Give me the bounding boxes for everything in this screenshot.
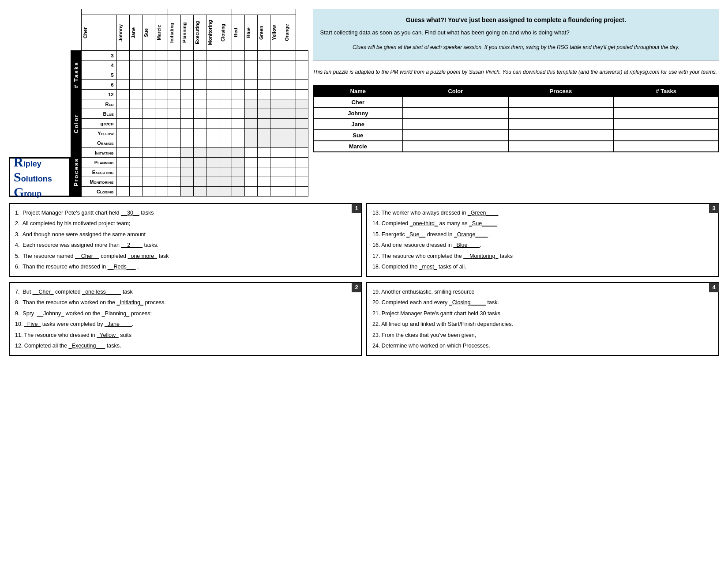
info-panel: Guess what?! You've just been assigned t… [313, 9, 720, 197]
answer-color-jane[interactable] [403, 119, 508, 130]
clue-badge-3: 3 [709, 204, 719, 213]
cell-3-cher[interactable] [116, 51, 129, 60]
clue-2-4: 10. _Five_ tasks were completed by _Jane… [15, 319, 356, 330]
logo-solutions: olutions [21, 174, 52, 184]
color-row-yellow: Yellow [71, 128, 308, 138]
cell-3-sue[interactable] [155, 51, 168, 60]
col-orange: Orange [283, 15, 296, 51]
guess-box: Guess what?! You've just been assigned t… [313, 9, 720, 61]
answer-process-sue[interactable] [508, 130, 614, 141]
col-planning: Planning [180, 15, 193, 51]
answer-name-sue: Sue [313, 130, 403, 141]
cell-3-executing[interactable] [206, 51, 219, 60]
guess-box-title: Guess what?! You've just been assigned t… [320, 15, 712, 25]
answer-process-jane[interactable] [508, 119, 614, 130]
cell-3-green[interactable] [270, 51, 283, 60]
clue-1-3: 3. And though none were assigned the sam… [15, 229, 356, 240]
clue-1-5: 5. The resource named __Cher__ completed… [15, 251, 356, 262]
guess-box-body3: This fun puzzle is adapted to the PM wor… [313, 68, 720, 76]
clue-2-5: 11. The resource who dressed in _Yellow_… [15, 330, 356, 341]
main-container: R ipley S olutions G roup [9, 9, 719, 356]
answer-process-johnny[interactable] [508, 108, 614, 119]
clue-1-4: 4. Each resource was assigned more than … [15, 240, 356, 251]
answer-table-wrapper: Name Color Process # Tasks Cher [313, 85, 720, 152]
answer-tasks-marcie[interactable] [613, 141, 719, 152]
logo-s: S [14, 170, 21, 185]
process-group-label: Process [71, 148, 81, 196]
process-row-monitoring: Monitoring [71, 177, 308, 187]
clue-badge-4: 4 [709, 283, 719, 292]
row-label-initiating: Initiating [81, 148, 116, 158]
answer-row-marcie: Marcie [313, 141, 719, 152]
answer-color-sue[interactable] [403, 130, 508, 141]
cell-3-orange[interactable] [296, 51, 308, 60]
color-row-blue: Blue [71, 109, 308, 119]
answer-row-johnny: Johnny [313, 108, 719, 119]
process-row-initiating: Process Initiating [71, 148, 308, 158]
answer-tasks-johnny[interactable] [613, 108, 719, 119]
clue-4-1: 19. Another enthusiastic, smiling resour… [372, 287, 713, 298]
col-sue: Sue [142, 15, 155, 51]
cell-3-monitoring[interactable] [219, 51, 232, 60]
clue-box-2: 2 7. But __Cher_ completed _one less____… [9, 282, 362, 356]
color-row-orange: Orange [71, 138, 308, 148]
row-label-executing: Executing [81, 167, 116, 177]
cell-3-blue[interactable] [257, 51, 270, 60]
answer-color-cher[interactable] [403, 97, 508, 108]
row-label-6: 6 [81, 80, 116, 90]
col-executing: Executing [193, 15, 206, 51]
row-label-12: 12 [81, 90, 116, 99]
logo-ripley: ipley [23, 159, 41, 169]
col-green: Green [257, 15, 270, 51]
cell-3-jane[interactable] [142, 51, 155, 60]
cell-3-marcie[interactable] [168, 51, 180, 60]
answer-tasks-sue[interactable] [613, 130, 719, 141]
answer-color-johnny[interactable] [403, 108, 508, 119]
row-label-green: green [81, 119, 116, 128]
tasks-row-6: 6 [71, 80, 308, 90]
clue-box-4: 4 19. Another enthusiastic, smiling reso… [366, 282, 719, 356]
guess-box-body1: Start collecting data as soon as you can… [320, 28, 712, 37]
answer-header-process: Process [508, 86, 614, 97]
cell-3-closing[interactable] [232, 51, 244, 60]
cell-3-yellow[interactable] [283, 51, 296, 60]
clue-3-5: 17. The resource who completed the __Mon… [372, 251, 713, 262]
col-yellow: Yellow [270, 15, 283, 51]
clue-3-3: 15. Energetic _Sue__ dressed in _Orange_… [372, 229, 713, 240]
clue-section-top: 1 1. Project Manager Pete's gantt chart … [9, 203, 719, 277]
answer-header-color: Color [403, 86, 508, 97]
row-label-blue: Blue [81, 109, 116, 119]
puzzle-table-wrapper: Resources Process Color Cher Johnny Jane [71, 9, 308, 197]
cell-3-planning[interactable] [193, 51, 206, 60]
cell-3-initiating[interactable] [180, 51, 193, 60]
col-johnny: Johnny [116, 15, 129, 51]
clue-4-4: 22. All lined up and linked with Start/F… [372, 319, 713, 330]
logo-box: R ipley S olutions G roup [9, 157, 71, 197]
answer-name-johnny: Johnny [313, 108, 403, 119]
clue-4-3: 21. Project Manager Pete's gantt chart h… [372, 308, 713, 319]
answer-color-marcie[interactable] [403, 141, 508, 152]
answer-tasks-cher[interactable] [613, 97, 719, 108]
clue-4-6: 24. Determine who worked on which Proces… [372, 340, 713, 351]
col-cher: Cher [81, 15, 116, 51]
row-label-yellow: Yellow [81, 128, 116, 138]
answer-process-cher[interactable] [508, 97, 614, 108]
clue-2-1: 7. But __Cher_ completed _one less_____ … [15, 287, 356, 298]
answer-process-marcie[interactable] [508, 141, 614, 152]
process-row-executing: Executing [71, 167, 308, 177]
clue-2-3: 9. Spry __Johnny_ worked on the _Plannin… [15, 308, 356, 319]
col-closing: Closing [219, 15, 232, 51]
answer-tasks-jane[interactable] [613, 119, 719, 130]
color-group-label: Color [71, 99, 81, 148]
clue-1-2: 2. All completed by his motivated projec… [15, 218, 356, 229]
tasks-row-4: 4 [71, 60, 308, 70]
col-blue: Blue [244, 15, 257, 51]
resources-header: Resources [81, 9, 168, 15]
cell-3-johnny[interactable] [129, 51, 142, 60]
cell-3-red[interactable] [244, 51, 257, 60]
clue-3-6: 18. Completed the _most_ tasks of all. [372, 261, 713, 272]
clue-1-6: 6. Than the resource who dressed in __Re… [15, 261, 356, 272]
answer-name-cher: Cher [313, 97, 403, 108]
row-label-closing: Closing [81, 187, 116, 196]
tasks-row-5: 5 [71, 70, 308, 80]
